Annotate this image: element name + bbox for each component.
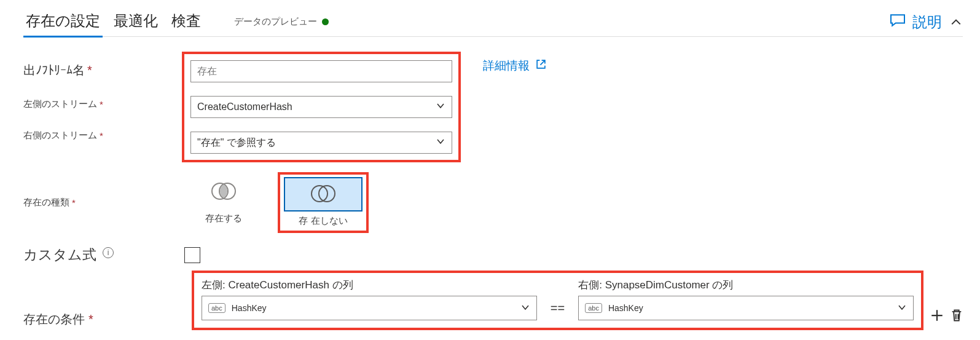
tab-exist-settings[interactable]: 存在の設定	[23, 7, 103, 37]
data-preview-label: データのプレビュー	[234, 16, 317, 28]
exist-type-not-exists-label: 存 在しない	[284, 215, 363, 227]
output-stream-label: 出ﾉﾌﾄﾘｰﾑ名	[23, 62, 85, 79]
cond-right-column-select[interactable]: abc HashKey	[578, 296, 914, 320]
external-link-icon	[536, 59, 546, 73]
required-asterisk: *	[100, 99, 103, 109]
learn-more-link[interactable]: 詳細情報	[483, 58, 546, 74]
cond-right-header: 右側: SynapseDimCustomer の列	[578, 278, 914, 292]
output-stream-value: 存在	[197, 65, 217, 78]
description-link[interactable]: 説明	[889, 12, 942, 32]
cond-left-header: 左側: CreateCustomerHash の列	[202, 278, 537, 292]
output-stream-input[interactable]: 存在	[190, 60, 452, 82]
exist-type-not-exists[interactable]	[284, 177, 363, 212]
cond-left-value: HashKey	[232, 303, 267, 313]
left-stream-value: CreateCustomerHash	[197, 101, 292, 113]
string-type-icon: abc	[208, 303, 225, 313]
exist-type-exists-label: 存在する	[184, 213, 263, 224]
comment-icon	[889, 14, 906, 31]
stream-settings-group: 存在 CreateCustomerHash "存在" で参照する	[184, 54, 458, 160]
exist-type-notexists-highlight: 存 在しない	[280, 175, 366, 231]
tabs-bar: 存在の設定 最適化 検査 データのプレビュー 説明	[23, 7, 963, 37]
right-stream-value: "存在" で参照する	[197, 136, 276, 149]
equals-operator: ==	[551, 301, 565, 315]
tab-data-preview[interactable]: データのプレビュー	[234, 16, 329, 28]
tab-optimize[interactable]: 最適化	[111, 7, 160, 37]
chevron-down-icon	[897, 302, 907, 314]
exist-type-options: 存在する 存 在しない	[184, 175, 366, 231]
status-dot-icon	[322, 18, 329, 25]
add-condition-button[interactable]	[931, 309, 943, 324]
tab-inspect[interactable]: 検査	[169, 7, 203, 37]
exist-type-label: 存在の種類	[23, 197, 69, 208]
chevron-down-icon	[436, 136, 445, 149]
exist-type-exists[interactable]	[184, 175, 263, 209]
required-asterisk: *	[88, 312, 93, 326]
delete-condition-button[interactable]	[951, 309, 963, 324]
required-asterisk: *	[87, 63, 92, 77]
venn-intersection-icon	[209, 181, 238, 204]
left-stream-select[interactable]: CreateCustomerHash	[190, 96, 452, 118]
chevron-down-icon	[436, 101, 445, 113]
custom-expression-checkbox[interactable]	[184, 247, 200, 263]
right-stream-select[interactable]: "存在" で参照する	[190, 132, 452, 154]
exist-conditions-label: 存在の条件	[23, 311, 85, 328]
exist-conditions-group: 左側: CreateCustomerHash の列 abc HashKey ==…	[194, 273, 921, 328]
right-stream-label: 右側のストリーム	[23, 130, 97, 141]
learn-more-label: 詳細情報	[483, 58, 530, 74]
required-asterisk: *	[72, 197, 76, 208]
collapse-button[interactable]	[949, 15, 963, 29]
cond-right-value: HashKey	[608, 303, 643, 313]
description-label: 説明	[912, 12, 942, 32]
string-type-icon: abc	[585, 303, 602, 313]
left-stream-label: 左側のストリーム	[23, 98, 97, 110]
custom-expression-label: カスタム式	[23, 245, 96, 264]
cond-left-column-select[interactable]: abc HashKey	[202, 296, 537, 320]
info-icon[interactable]: i	[103, 247, 114, 258]
chevron-down-icon	[520, 302, 530, 314]
venn-difference-icon	[308, 183, 338, 206]
required-asterisk: *	[100, 130, 103, 141]
